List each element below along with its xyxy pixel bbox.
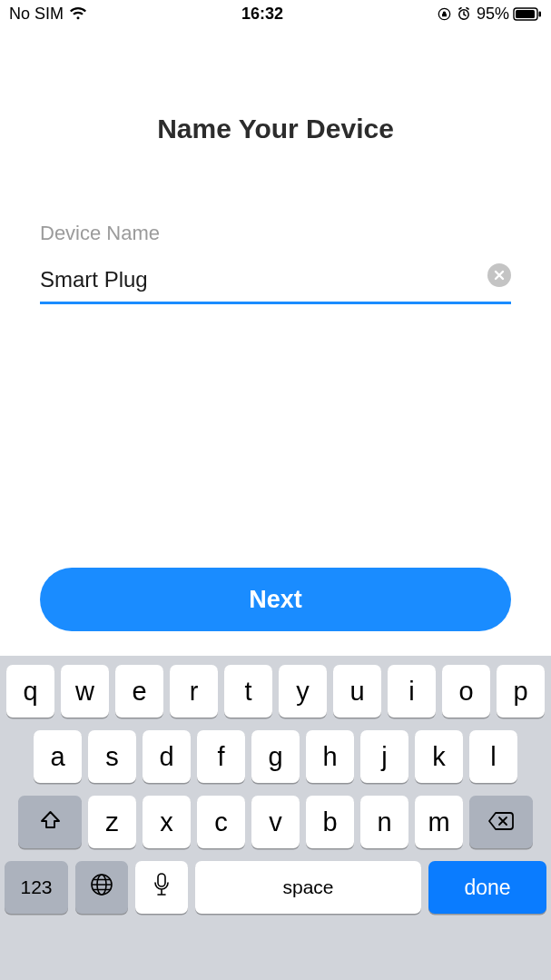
keyboard-row-4: 123 space done bbox=[5, 861, 546, 914]
key-b[interactable]: b bbox=[306, 796, 354, 848]
key-n[interactable]: n bbox=[360, 796, 408, 848]
shift-key[interactable] bbox=[18, 796, 82, 848]
svg-rect-7 bbox=[158, 874, 165, 886]
key-m[interactable]: m bbox=[415, 796, 463, 848]
keyboard-row-2: asdfghjkl bbox=[5, 730, 546, 783]
key-p[interactable]: p bbox=[497, 665, 545, 718]
key-g[interactable]: g bbox=[251, 730, 300, 783]
key-q[interactable]: q bbox=[6, 665, 54, 718]
next-button[interactable]: Next bbox=[40, 568, 511, 631]
alarm-icon bbox=[457, 6, 471, 21]
device-name-input[interactable] bbox=[40, 262, 511, 304]
backspace-key[interactable] bbox=[469, 796, 533, 848]
status-right: 95% bbox=[438, 5, 542, 24]
device-name-label: Device Name bbox=[40, 222, 511, 245]
key-r[interactable]: r bbox=[170, 665, 218, 718]
numbers-key[interactable]: 123 bbox=[5, 861, 68, 914]
status-bar: No SIM 16:32 95% bbox=[0, 0, 551, 27]
battery-indicator: 95% bbox=[477, 5, 542, 24]
key-w[interactable]: w bbox=[61, 665, 109, 718]
space-key[interactable]: space bbox=[195, 861, 421, 914]
battery-percent: 95% bbox=[477, 5, 509, 24]
key-h[interactable]: h bbox=[306, 730, 354, 783]
key-e[interactable]: e bbox=[115, 665, 163, 718]
close-icon bbox=[493, 269, 506, 282]
done-key[interactable]: done bbox=[428, 861, 546, 914]
clear-input-button[interactable] bbox=[487, 263, 511, 287]
key-d[interactable]: d bbox=[143, 730, 191, 783]
device-name-field-wrap bbox=[40, 262, 511, 304]
key-s[interactable]: s bbox=[88, 730, 136, 783]
battery-icon bbox=[513, 7, 542, 21]
status-time: 16:32 bbox=[241, 5, 283, 24]
key-u[interactable]: u bbox=[333, 665, 381, 718]
key-c[interactable]: c bbox=[197, 796, 245, 848]
key-a[interactable]: a bbox=[34, 730, 82, 783]
carrier-text: No SIM bbox=[9, 5, 64, 24]
backspace-icon bbox=[487, 807, 515, 837]
keyboard-row-1: qwertyuiop bbox=[5, 665, 546, 718]
keyboard-row-3: zxcvbnm bbox=[5, 796, 546, 848]
page-title: Name Your Device bbox=[40, 114, 511, 144]
svg-rect-3 bbox=[516, 10, 535, 18]
key-y[interactable]: y bbox=[279, 665, 327, 718]
microphone-icon bbox=[153, 872, 170, 904]
shift-icon bbox=[39, 807, 62, 837]
key-o[interactable]: o bbox=[442, 665, 490, 718]
status-left: No SIM bbox=[9, 5, 87, 24]
key-f[interactable]: f bbox=[197, 730, 245, 783]
wifi-icon bbox=[69, 7, 87, 20]
globe-key[interactable] bbox=[75, 861, 128, 914]
orientation-lock-icon bbox=[438, 7, 451, 21]
key-x[interactable]: x bbox=[143, 796, 191, 848]
globe-icon bbox=[89, 872, 114, 904]
dictation-key[interactable] bbox=[135, 861, 188, 914]
key-v[interactable]: v bbox=[251, 796, 300, 848]
key-l[interactable]: l bbox=[469, 730, 517, 783]
svg-rect-4 bbox=[539, 11, 542, 16]
main-content: Name Your Device Device Name Next bbox=[0, 114, 551, 631]
ios-keyboard: qwertyuiop asdfghjkl zxcvbnm 123 space d… bbox=[0, 656, 551, 980]
key-z[interactable]: z bbox=[88, 796, 136, 848]
key-j[interactable]: j bbox=[360, 730, 408, 783]
key-t[interactable]: t bbox=[224, 665, 272, 718]
key-k[interactable]: k bbox=[415, 730, 463, 783]
key-i[interactable]: i bbox=[388, 665, 436, 718]
